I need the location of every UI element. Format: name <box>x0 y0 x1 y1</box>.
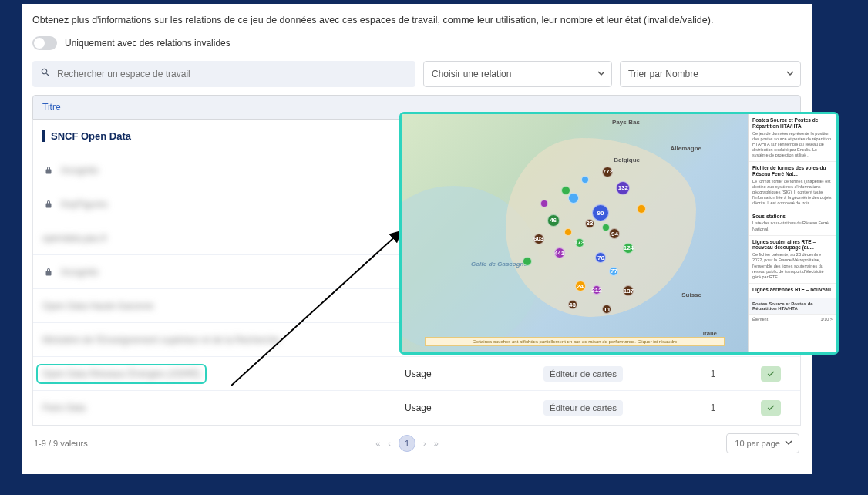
row-title: opendata.pau.fr <box>42 233 107 244</box>
row-title: Open Data Réseaux Énergies (ODRÉ) <box>42 369 200 379</box>
map-cluster[interactable]: 76 <box>595 252 606 263</box>
map-cluster[interactable]: 137 <box>623 285 634 296</box>
map-cluster[interactable]: 77 <box>609 267 618 276</box>
lock-icon <box>42 198 55 210</box>
map-cluster[interactable]: 24 <box>575 281 586 291</box>
next-page-button[interactable]: › <box>423 439 426 448</box>
sidebar-section-text: Ce fichier présente, au 23 décembre 2022… <box>752 252 833 280</box>
chevron-down-icon <box>597 69 605 79</box>
sidebar-section[interactable]: Sous-stationsListe des sous-stations du … <box>749 210 836 236</box>
editor-cell: Éditeur de cartes <box>543 366 675 382</box>
sidebar-section-title: Lignes souterraines RTE – nouveau découp… <box>752 239 833 251</box>
sidebar-footer-title: Postes Source et Postes de Répartition H… <box>752 301 833 311</box>
toggle-label: Uniquement avec des relations invalides <box>65 38 230 49</box>
sidebar-section-text: Liste des sous-stations du Réseau Ferré … <box>752 221 833 231</box>
row-title: Ministère de l'Enseignement supérieur et… <box>42 335 280 345</box>
map-cluster[interactable] <box>637 204 646 214</box>
row-title: Paris Data <box>42 402 86 413</box>
footer-counter: 1-9 / 9 valeurs <box>34 439 88 448</box>
map-cluster[interactable]: 124 <box>623 243 634 254</box>
sidebar-section-text: Le format fichier de formes (shapefile) … <box>752 179 833 207</box>
map-cluster[interactable]: 173 <box>575 238 584 248</box>
map-cluster[interactable] <box>561 186 570 195</box>
row-title: Incognito <box>61 267 99 278</box>
map-cluster[interactable]: 33 <box>585 219 594 228</box>
map-cluster[interactable] <box>540 200 548 207</box>
sidebar-section[interactable]: Fichier de formes des voies du Réseau Fe… <box>749 162 836 210</box>
map-warning[interactable]: Certaines couches ont affichées partiell… <box>425 337 725 346</box>
sidebar-section[interactable]: Lignes souterraines RTE – nouveau découp… <box>749 236 836 284</box>
map-cluster[interactable] <box>564 228 572 236</box>
status-cell <box>752 400 790 416</box>
relation-select[interactable]: Choisir une relation <box>423 61 612 87</box>
table-row[interactable]: Paris DataUsageÉditeur de cartes1 <box>33 391 800 425</box>
check-icon <box>761 366 781 382</box>
sidebar-section-text: Ce jeu de données représente la position… <box>752 131 833 159</box>
search-input[interactable] <box>51 69 408 79</box>
map-cluster[interactable]: 94 <box>609 228 620 239</box>
count-cell: 1 <box>675 369 752 379</box>
row-title: Open Data Haute-Garonne <box>42 301 153 311</box>
pagination: « ‹ 1 › » <box>375 435 439 452</box>
invalid-only-toggle[interactable] <box>32 36 57 50</box>
search-box[interactable] <box>32 61 415 87</box>
last-page-button[interactable]: » <box>434 439 439 448</box>
per-page-select[interactable]: 10 par page <box>726 433 799 453</box>
sidebar-section[interactable]: Lignes aériennes RTE – nouveau <box>749 284 836 298</box>
map-canvas[interactable]: Pays-Bas Allemagne Belgique Suisse Itali… <box>402 114 748 352</box>
sidebar-section-title: Sous-stations <box>752 214 833 220</box>
lock-icon <box>42 266 55 278</box>
controls-row: Choisir une relation Trier par Nombre <box>32 61 801 87</box>
row-title: SNCF Open Data <box>42 130 131 142</box>
col-title[interactable]: Titre <box>42 102 61 113</box>
row-title: KeyFigures <box>61 199 108 210</box>
prev-page-button[interactable]: ‹ <box>388 439 391 448</box>
check-icon <box>761 400 781 416</box>
first-page-button[interactable]: « <box>375 439 380 448</box>
map-cluster[interactable]: 46 <box>547 214 560 227</box>
footer-row: 1-9 / 9 valeurs « ‹ 1 › » 10 par page <box>32 426 801 453</box>
map-cluster[interactable]: 90 <box>592 204 609 221</box>
chevron-down-icon <box>786 69 794 79</box>
map-cluster[interactable]: 43 <box>568 300 577 309</box>
map-sidebar: Postes Source et Postes de Répartition H… <box>748 114 836 352</box>
row-title: Incognito <box>61 165 99 176</box>
current-page[interactable]: 1 <box>399 435 415 452</box>
usage-cell: Usage <box>405 402 543 413</box>
sort-select[interactable]: Trier par Nombre <box>620 61 801 87</box>
chevron-down-icon <box>785 439 792 448</box>
map-cluster[interactable] <box>568 193 579 204</box>
lock-icon <box>42 164 55 177</box>
map-cluster[interactable]: 11 <box>602 305 611 314</box>
sidebar-section-title: Postes Source et Postes de Répartition H… <box>752 117 833 130</box>
sidebar-footer: Élément 1/10 > <box>749 315 836 324</box>
map-cluster[interactable]: 441 <box>554 248 565 258</box>
count-cell: 1 <box>675 402 752 413</box>
map-cluster[interactable]: 132 <box>616 181 630 195</box>
intro-text: Obtenez plus d'informations sur les rela… <box>32 15 801 25</box>
map-cluster[interactable]: 603 <box>533 234 544 244</box>
map-cluster[interactable]: 212 <box>592 285 601 295</box>
status-cell <box>752 366 790 382</box>
map-clusters: 9013246603441173769412424212431113777277… <box>402 114 748 352</box>
map-cluster[interactable] <box>523 257 532 266</box>
search-icon <box>40 67 51 81</box>
map-preview-overlay: Pays-Bas Allemagne Belgique Suisse Itali… <box>399 112 839 355</box>
sidebar-section-title: Lignes aériennes RTE – nouveau <box>752 287 833 293</box>
map-cluster[interactable] <box>581 176 589 184</box>
sidebar-section[interactable]: Postes Source et Postes de Répartition H… <box>749 114 836 162</box>
toggle-row: Uniquement avec des relations invalides <box>32 36 801 50</box>
usage-cell: Usage <box>405 369 543 379</box>
sidebar-section-title: Fichier de formes des voies du Réseau Fe… <box>752 165 833 177</box>
map-cluster[interactable]: 772 <box>602 167 613 177</box>
editor-cell: Éditeur de cartes <box>543 400 675 416</box>
table-row[interactable]: Open Data Réseaux Énergies (ODRÉ)UsageÉd… <box>33 357 800 391</box>
